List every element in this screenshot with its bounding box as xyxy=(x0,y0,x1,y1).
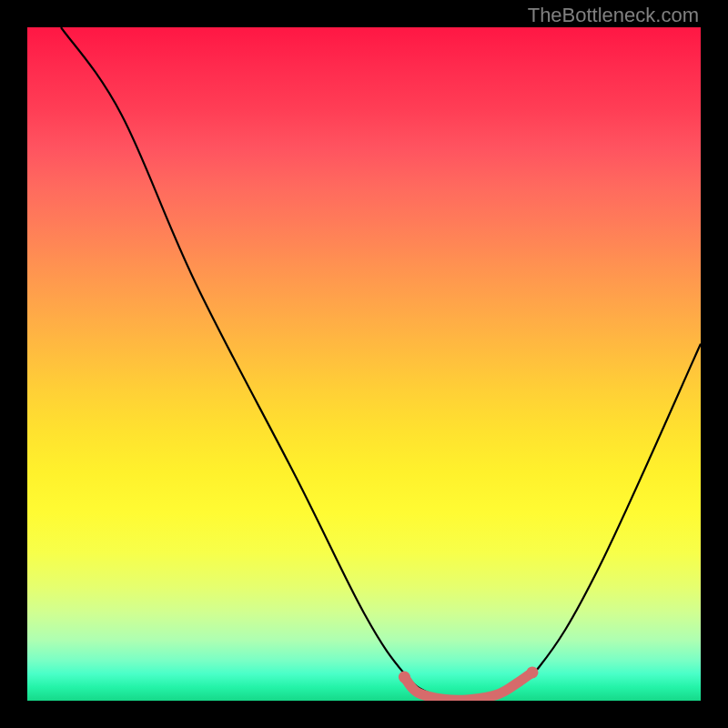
chart-container: TheBottleneck.com xyxy=(0,0,728,728)
chart-svg xyxy=(27,27,701,701)
bottleneck-curve-path xyxy=(61,27,701,701)
highlight-end-dot xyxy=(527,666,539,678)
plot-area xyxy=(27,27,701,701)
watermark-text: TheBottleneck.com xyxy=(528,4,699,27)
valley-highlight-path xyxy=(404,672,532,701)
highlight-start-dot xyxy=(399,672,410,683)
